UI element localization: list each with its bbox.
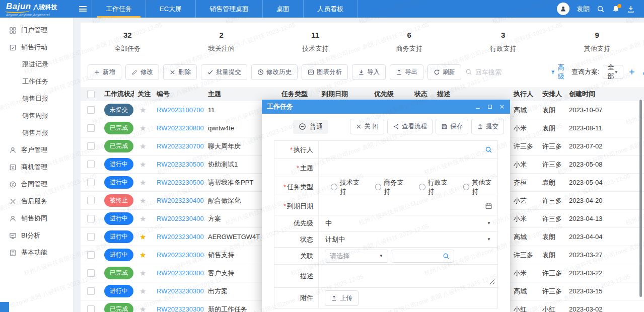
due-date-field[interactable] bbox=[319, 197, 497, 215]
priority-field[interactable]: 中▼ bbox=[319, 215, 497, 231]
star-toggle[interactable]: ★ bbox=[139, 305, 146, 312]
modal-action-button[interactable]: 保存 bbox=[436, 119, 468, 134]
relation-search-input[interactable] bbox=[391, 250, 454, 263]
sidebar-subitem[interactable]: 工作任务 bbox=[0, 73, 73, 90]
task-code-link[interactable]: RW20232305002 bbox=[157, 161, 204, 168]
task-code-link[interactable]: RW20232305001 bbox=[157, 179, 204, 186]
minimize-icon[interactable] bbox=[475, 104, 481, 110]
add-scheme-icon[interactable] bbox=[628, 68, 635, 75]
row-checkbox[interactable] bbox=[87, 251, 95, 259]
advanced-filter-button[interactable]: 高级 bbox=[551, 63, 566, 81]
sidebar-item[interactable]: 销售协同 bbox=[0, 210, 73, 227]
star-toggle[interactable]: ★ bbox=[139, 251, 146, 259]
nav-tab[interactable]: EC大屏 bbox=[146, 0, 195, 18]
toolbar-button[interactable]: 图表分析 bbox=[302, 64, 348, 80]
notifications-button[interactable] bbox=[612, 5, 620, 13]
row-checkbox[interactable] bbox=[87, 142, 95, 150]
maximize-icon[interactable] bbox=[487, 104, 493, 110]
nav-tab[interactable]: 销售管理桌面 bbox=[195, 0, 262, 18]
sidebar-item[interactable]: 客户管理 bbox=[0, 141, 73, 159]
sidebar-subitem[interactable]: 销售日报 bbox=[0, 90, 73, 107]
toolbar-button[interactable]: 刷新 bbox=[427, 64, 461, 80]
executor-field[interactable] bbox=[319, 141, 497, 159]
nav-tab[interactable]: 人员看板 bbox=[303, 0, 357, 18]
toolbar-button[interactable]: 新增 bbox=[88, 64, 121, 80]
star-toggle[interactable]: ★ bbox=[139, 160, 146, 169]
row-checkbox[interactable] bbox=[87, 106, 95, 114]
star-toggle[interactable]: ★ bbox=[139, 232, 146, 241]
row-checkbox[interactable] bbox=[87, 179, 95, 186]
modal-header[interactable]: 工作任务 bbox=[262, 100, 510, 114]
subject-field[interactable] bbox=[319, 159, 497, 177]
stat-card[interactable]: 2我关注的 bbox=[175, 31, 269, 53]
close-icon[interactable] bbox=[499, 104, 505, 110]
relation-type-select[interactable]: 请选择▼ bbox=[325, 250, 388, 263]
task-code-link[interactable]: RW20232304003 bbox=[157, 197, 204, 204]
star-toggle[interactable]: ★ bbox=[139, 214, 146, 223]
sidebar-item[interactable]: 合同管理 bbox=[0, 176, 73, 193]
radio-option[interactable]: 技术支持 bbox=[331, 178, 366, 196]
task-code-link[interactable]: RW20232307001 bbox=[157, 142, 204, 150]
upload-button[interactable]: 上传 bbox=[325, 290, 359, 306]
stat-card[interactable]: 9其他支持 bbox=[550, 31, 644, 53]
star-toggle[interactable]: ★ bbox=[139, 269, 146, 277]
edit-scheme-icon[interactable] bbox=[642, 68, 644, 75]
star-toggle[interactable]: ★ bbox=[139, 142, 146, 150]
row-checkbox[interactable] bbox=[87, 215, 95, 222]
resize-handle-icon[interactable] bbox=[489, 279, 494, 284]
toolbar-button[interactable]: 修改 bbox=[125, 64, 159, 80]
priority-tag[interactable]: 普通 bbox=[293, 120, 328, 134]
row-checkbox[interactable] bbox=[87, 197, 95, 204]
toolbar-button[interactable]: 导入 bbox=[352, 64, 386, 80]
sidebar-subitem[interactable]: 销售周报 bbox=[0, 107, 73, 124]
row-checkbox[interactable] bbox=[87, 124, 95, 132]
radio-option[interactable]: 行政支持 bbox=[419, 178, 454, 196]
corner-widget[interactable] bbox=[0, 302, 9, 312]
toolbar-button[interactable]: 修改历史 bbox=[251, 64, 298, 80]
radio-option[interactable]: 商务支持 bbox=[375, 178, 410, 196]
star-toggle[interactable]: ★ bbox=[139, 124, 146, 132]
query-scheme-select[interactable]: 全部 ▼ bbox=[603, 65, 623, 79]
task-code-link[interactable]: RW20232303003 bbox=[157, 269, 204, 277]
sidebar-item[interactable]: 销售行动 bbox=[0, 39, 73, 56]
task-code-link[interactable]: RW20232308001 bbox=[157, 124, 204, 132]
row-checkbox[interactable] bbox=[87, 161, 95, 168]
radio-option[interactable]: 其他支持 bbox=[463, 178, 498, 196]
task-code-link[interactable]: RW20232303001 bbox=[157, 305, 204, 312]
nav-tab[interactable]: 工作任务 bbox=[92, 0, 146, 18]
row-checkbox[interactable] bbox=[87, 305, 95, 312]
search-input[interactable] bbox=[475, 68, 551, 76]
modal-action-button[interactable]: 关 闭 bbox=[350, 119, 384, 134]
description-field[interactable] bbox=[319, 265, 497, 287]
menu-toggle-button[interactable] bbox=[74, 0, 92, 18]
star-toggle[interactable]: ★ bbox=[139, 178, 146, 187]
task-code-link[interactable]: RW20231007001 bbox=[157, 106, 204, 114]
sidebar-item[interactable]: 商机管理 bbox=[0, 159, 73, 176]
stat-card[interactable]: 32全部任务 bbox=[81, 31, 175, 53]
select-all-checkbox[interactable] bbox=[87, 91, 95, 98]
sidebar-item[interactable]: 基本功能 bbox=[0, 244, 73, 261]
sidebar-item[interactable]: 门户管理 bbox=[0, 22, 73, 39]
vertical-scrollbar[interactable] bbox=[639, 100, 642, 297]
sidebar-subitem[interactable]: 跟进记录 bbox=[0, 56, 73, 73]
stat-card[interactable]: 11技术支持 bbox=[268, 31, 363, 53]
toolbar-button[interactable]: 批量提交 bbox=[201, 64, 247, 80]
download-icon[interactable] bbox=[627, 5, 635, 13]
sidebar-item[interactable]: 售后服务 bbox=[0, 193, 73, 210]
stat-card[interactable]: 3行政支持 bbox=[456, 31, 550, 53]
star-toggle[interactable]: ★ bbox=[139, 106, 146, 114]
task-code-link[interactable]: RW20232304001 bbox=[157, 233, 204, 241]
sidebar-subitem[interactable]: 销售月报 bbox=[0, 124, 73, 141]
row-checkbox[interactable] bbox=[87, 269, 95, 277]
stat-card[interactable]: 6商务支持 bbox=[363, 31, 457, 53]
sidebar-item[interactable]: BI分析 bbox=[0, 227, 73, 244]
modal-action-button[interactable]: 提交 bbox=[471, 119, 504, 134]
star-toggle[interactable]: ★ bbox=[139, 287, 146, 295]
toolbar-button[interactable]: 删除 bbox=[163, 64, 197, 80]
search-icon[interactable] bbox=[597, 5, 605, 13]
nav-tab[interactable]: 桌面 bbox=[262, 0, 303, 18]
status-field[interactable]: 计划中▼ bbox=[319, 231, 497, 247]
task-code-link[interactable]: RW20232303004 bbox=[157, 251, 204, 259]
star-toggle[interactable]: ★ bbox=[139, 196, 146, 205]
task-code-link[interactable]: RW20232304002 bbox=[157, 215, 204, 222]
